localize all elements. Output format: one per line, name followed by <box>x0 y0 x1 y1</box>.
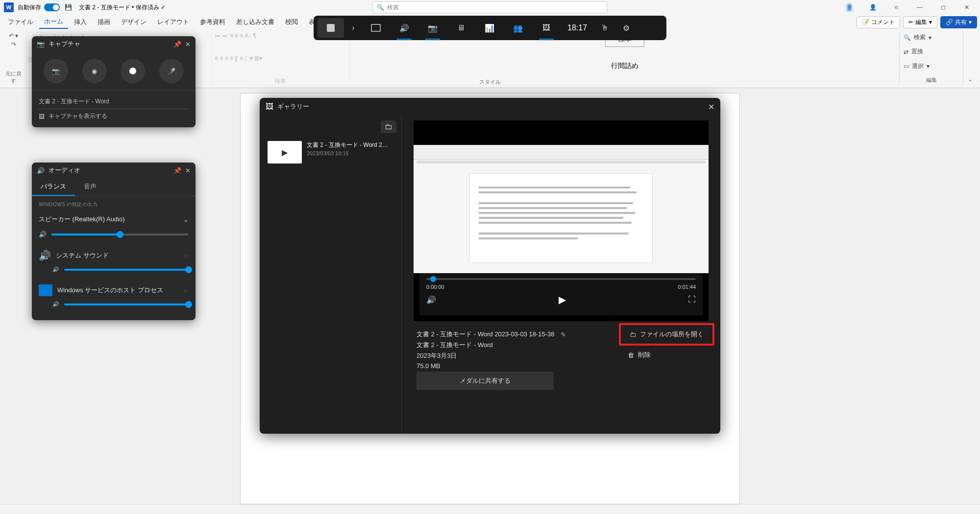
share-medal-button[interactable]: メダルに共有する <box>416 372 554 390</box>
record-last-button[interactable]: ◉ <box>82 59 107 83</box>
find-button[interactable]: 🔍 検索 ▾ <box>904 33 959 42</box>
tab-design[interactable]: デザイン <box>116 16 151 28</box>
gamebar-capture-button[interactable]: 📷 <box>419 18 446 38</box>
gallery-thumbnail-item[interactable]: ▶ 文書 2 ‐ 互換モード - Word 2… 2023/03/03 18:1… <box>265 138 396 166</box>
thumbnail-image: ▶ <box>268 141 302 164</box>
whost-volume-slider[interactable] <box>64 304 189 305</box>
replace-button[interactable]: ⇄ 置換 <box>904 47 959 56</box>
rename-button[interactable]: ✎ <box>561 331 566 338</box>
account-icon[interactable]: 👤 <box>863 4 882 11</box>
gamebar-next-button[interactable]: › <box>346 18 361 38</box>
gamebar-settings-button[interactable]: ⚙ <box>616 18 636 38</box>
tab-references[interactable]: 参考資料 <box>195 16 230 28</box>
video-preview[interactable] <box>414 145 709 273</box>
capture-title: キャプチャ <box>49 40 170 48</box>
video-date: 2023年3月3日 <box>416 351 566 360</box>
audio-device-selector[interactable]: スピーカー (Realtek(R) Audio) ⌄ <box>39 212 189 227</box>
capture-close-button[interactable]: ✕ <box>185 41 191 48</box>
edit-mode-button[interactable]: ✏ 編集 ▾ <box>903 16 937 28</box>
audio-close-button[interactable]: ✕ <box>185 167 191 174</box>
tab-home[interactable]: ホーム <box>39 15 68 29</box>
tab-file[interactable]: ファイル <box>3 16 38 28</box>
whost-label: Windows サービスのホスト プロセス <box>57 286 178 295</box>
chevron-down-icon: ⌄ <box>183 216 189 223</box>
ribbon-display-icon[interactable]: ⎋ <box>887 4 906 11</box>
word-app-icon: W <box>4 2 14 12</box>
search-placeholder: 検索 <box>387 3 399 12</box>
video-filename: 文書 2 ‐ 互換モード - Word 2023-03-03 18-15-38 <box>416 330 555 339</box>
gamebar-mouse-button[interactable]: 🖱 <box>595 18 614 38</box>
tab-insert[interactable]: 挿入 <box>69 16 92 28</box>
redo-button[interactable]: ↷ <box>11 41 16 48</box>
mic-toggle-button[interactable]: 🎤̸ <box>159 59 184 83</box>
status-bar <box>0 504 980 514</box>
undo-button[interactable]: ↶ ▾ <box>9 32 18 39</box>
record-button[interactable] <box>121 59 145 83</box>
whost-favorite-icon[interactable]: ☆ <box>183 287 189 294</box>
comment-button[interactable]: 📝 コメント <box>857 16 900 28</box>
maximize-button[interactable]: ◻ <box>934 4 953 11</box>
gamebar-stats-button[interactable]: 📊 <box>476 18 503 38</box>
tab-layout[interactable]: レイアウト <box>152 16 194 28</box>
minimize-button[interactable]: — <box>910 4 929 11</box>
window-controls: 👤 👤 ⎋ — ◻ ✕ <box>840 4 976 11</box>
user-avatar[interactable]: 👤 <box>840 4 858 11</box>
gamebar-widgets-button[interactable] <box>363 18 389 38</box>
video-player: 0:00:00 0:01:44 🔊 ▶ ⛶ <box>414 120 709 321</box>
open-file-location-button[interactable]: 🗀 ファイルの場所を開く <box>619 323 714 346</box>
audio-tab-balance[interactable]: バランス <box>32 178 75 196</box>
gallery-close-button[interactable]: ✕ <box>708 102 714 112</box>
gamebar-xbox-button[interactable] <box>318 18 344 38</box>
share-button[interactable]: 🔗 共有 ▾ <box>940 16 977 28</box>
video-progress-bar[interactable] <box>426 278 696 280</box>
folder-button[interactable]: 🗀 <box>381 120 396 133</box>
styles-group-label: スタイル <box>479 78 501 86</box>
save-icon[interactable]: 💾 <box>65 4 72 11</box>
pin-button[interactable]: 📌 <box>173 41 181 48</box>
show-captures-button[interactable]: 🖼 キャプチャを表示する <box>39 109 189 123</box>
audio-tab-voice[interactable]: 音声 <box>75 178 105 196</box>
tab-review[interactable]: 校閲 <box>280 16 303 28</box>
whost-app-icon <box>39 284 52 296</box>
gamebar-toolbar: › 🔊 📷 🖥 📊 👥 🖼 18:17 🖱 ⚙ <box>314 16 666 40</box>
master-volume-slider[interactable] <box>51 234 189 235</box>
video-size: 75.0 MB <box>416 362 566 370</box>
gallery-overlay: 🖼 ギャラリー ✕ 🗀 ▶ 文書 2 ‐ 互換モード - Word 2… 202… <box>260 98 720 434</box>
video-fullscreen-button[interactable]: ⛶ <box>688 295 696 304</box>
audio-icon: 🔊 <box>37 167 45 174</box>
audio-pin-button[interactable]: 📌 <box>173 167 181 174</box>
thumbnail-title: 文書 2 ‐ 互換モード - Word 2… <box>307 141 388 149</box>
autosave-control[interactable]: 自動保存 <box>18 3 60 12</box>
tab-draw[interactable]: 描画 <box>93 16 115 28</box>
gamebar-gallery-button[interactable]: 🖼 <box>533 18 560 38</box>
whost-mute-icon[interactable]: 🔊 <box>52 301 59 307</box>
audio-device-name: スピーカー (Realtek(R) Audio) <box>39 215 125 224</box>
favorite-icon[interactable]: ☆ <box>183 252 189 259</box>
gamebar-social-button[interactable]: 👥 <box>505 18 531 38</box>
gamebar-performance-button[interactable]: 🖥 <box>448 18 474 38</box>
speaker-icon[interactable]: 🔊 <box>39 231 47 238</box>
system-mute-icon[interactable]: 🔊 <box>52 266 59 273</box>
autosave-label: 自動保存 <box>18 3 41 12</box>
video-play-button[interactable]: ▶ <box>559 294 566 305</box>
document-title[interactable]: 文書 2 - 互換モード • 保存済み ✓ <box>79 3 166 12</box>
system-volume-slider[interactable] <box>64 269 189 271</box>
close-button[interactable]: ✕ <box>957 4 976 11</box>
collapse-ribbon-button[interactable]: ⌄ <box>968 76 973 83</box>
screenshot-button[interactable]: 📷 <box>44 59 68 83</box>
capture-context: 文書 2 ‐ 互換モード - Word <box>39 94 189 109</box>
gamebar-audio-button[interactable]: 🔊 <box>391 18 417 38</box>
gallery-sidebar: 🗀 ▶ 文書 2 ‐ 互換モード - Word 2… 2023/03/03 18… <box>260 116 402 434</box>
search-box[interactable]: 🔍 検索 <box>372 1 608 13</box>
delete-button[interactable]: 🗑 削除 <box>628 350 706 359</box>
svg-rect-0 <box>327 24 335 32</box>
video-total-time: 0:01:44 <box>678 284 696 290</box>
autosave-toggle[interactable] <box>44 3 60 11</box>
system-sound-icon: 🔊 <box>39 250 51 261</box>
video-volume-button[interactable]: 🔊 <box>426 295 436 304</box>
style-no-spacing[interactable]: 行間詰め <box>605 59 644 73</box>
select-button[interactable]: ▭ 選択 ▾ <box>904 62 959 70</box>
video-appname: 文書 2 ‐ 互換モード - Word <box>416 341 566 350</box>
audio-title: オーディオ <box>49 166 170 175</box>
tab-mailings[interactable]: 差し込み文書 <box>231 16 279 28</box>
